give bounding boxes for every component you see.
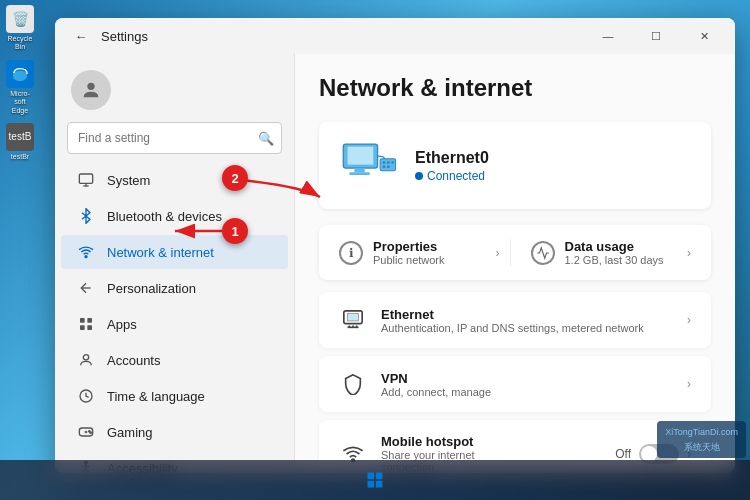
svg-rect-6 [80, 318, 85, 323]
ethernet-large-icon [339, 138, 399, 193]
main-content: Network & internet [295, 54, 735, 473]
sidebar-item-time-label: Time & language [107, 389, 205, 404]
svg-rect-24 [349, 172, 370, 175]
time-icon [77, 387, 95, 405]
accounts-icon [77, 351, 95, 369]
sidebar-item-accounts-label: Accounts [107, 353, 160, 368]
ethernet-hero-card: Ethernet0 Connected [319, 122, 711, 209]
sidebar-item-bluetooth-label: Bluetooth & devices [107, 209, 222, 224]
svg-rect-32 [348, 314, 359, 321]
hotspot-list-title: Mobile hotspot [381, 434, 601, 449]
desktop-icons: 🗑️ RecycleBin Micro-softEdge testB testB… [5, 5, 35, 161]
sidebar-item-bluetooth[interactable]: Bluetooth & devices [61, 199, 288, 233]
sidebar-item-system-label: System [107, 173, 150, 188]
properties-row[interactable]: ℹ Properties Public network › Data usage [319, 225, 711, 280]
sidebar-item-gaming[interactable]: Gaming [61, 415, 288, 449]
sidebar-item-personalization-label: Personalization [107, 281, 196, 296]
svg-point-0 [13, 70, 27, 81]
vpn-list-item[interactable]: VPN Add, connect, manage › [319, 356, 711, 412]
svg-rect-26 [383, 161, 386, 164]
desktop: 🗑️ RecycleBin Micro-softEdge testB testB… [0, 0, 750, 500]
ethernet-list-text: Ethernet Authentication, IP and DNS sett… [381, 307, 673, 334]
maximize-button[interactable]: ☐ [633, 20, 679, 52]
ethernet-list-icon [339, 306, 367, 334]
svg-rect-30 [387, 166, 390, 169]
data-usage-text: Data usage 1.2 GB, last 30 days [565, 239, 664, 266]
ethernet-list-right: › [687, 313, 691, 327]
svg-rect-27 [387, 161, 390, 164]
properties-chevron: › [496, 246, 500, 260]
watermark-line2: 系统天地 [665, 440, 738, 454]
avatar [71, 70, 111, 110]
svg-rect-40 [376, 481, 383, 488]
data-usage-subtitle: 1.2 GB, last 30 days [565, 254, 664, 266]
svg-rect-23 [354, 168, 364, 172]
data-usage-item[interactable]: Data usage 1.2 GB, last 30 days › [510, 239, 692, 266]
windows-start-icon[interactable] [365, 470, 385, 490]
gaming-icon [77, 423, 95, 441]
svg-rect-29 [383, 166, 386, 169]
svg-point-5 [85, 256, 87, 258]
vpn-list-text: VPN Add, connect, manage [381, 371, 673, 398]
svg-rect-22 [348, 147, 374, 165]
watermark: XiTongTianDi.com 系统天地 [657, 421, 746, 458]
ethernet-list-item[interactable]: Ethernet Authentication, IP and DNS sett… [319, 292, 711, 348]
sidebar-item-accounts[interactable]: Accounts [61, 343, 288, 377]
svg-rect-38 [376, 473, 383, 480]
window-title: Settings [101, 29, 148, 44]
watermark-line1: XiTongTianDi.com [665, 425, 738, 439]
sidebar-item-system[interactable]: System [61, 163, 288, 197]
sidebar-item-apps-label: Apps [107, 317, 137, 332]
sidebar-item-network[interactable]: Network & internet [61, 235, 288, 269]
properties-text: Properties Public network [373, 239, 445, 266]
taskbar [0, 460, 750, 500]
page-title: Network & internet [319, 74, 711, 102]
sidebar: 🔍 System Bluetooth & devices [55, 54, 295, 473]
app-icon[interactable]: testB testBr [5, 123, 35, 161]
connection-status-text: Connected [427, 169, 485, 183]
search-input[interactable] [67, 122, 282, 154]
search-box: 🔍 [67, 122, 282, 154]
vpn-list-right: › [687, 377, 691, 391]
svg-point-1 [87, 83, 94, 90]
title-bar: ← Settings — ☐ ✕ [55, 18, 735, 54]
apps-icon [77, 315, 95, 333]
connected-dot [415, 172, 423, 180]
close-button[interactable]: ✕ [681, 20, 727, 52]
svg-point-10 [83, 355, 88, 360]
user-avatar-section [55, 62, 294, 122]
vpn-icon [339, 370, 367, 398]
sidebar-item-personalization[interactable]: Personalization [61, 271, 288, 305]
ethernet-list-title: Ethernet [381, 307, 673, 322]
svg-rect-39 [368, 481, 375, 488]
back-button[interactable]: ← [67, 22, 95, 50]
svg-rect-7 [87, 318, 92, 323]
window-controls: — ☐ ✕ [585, 20, 727, 52]
data-usage-title: Data usage [565, 239, 664, 254]
sidebar-item-apps[interactable]: Apps [61, 307, 288, 341]
ethernet-list-subtitle: Authentication, IP and DNS settings, met… [381, 322, 673, 334]
svg-point-16 [90, 432, 91, 433]
content-area: 🔍 System Bluetooth & devices [55, 54, 735, 473]
properties-item[interactable]: ℹ Properties Public network › [339, 239, 500, 266]
hotspot-off-label: Off [615, 447, 631, 461]
ethernet-chevron: › [687, 313, 691, 327]
vpn-chevron: › [687, 377, 691, 391]
minimize-button[interactable]: — [585, 20, 631, 52]
properties-title: Properties [373, 239, 445, 254]
vpn-list-subtitle: Add, connect, manage [381, 386, 673, 398]
settings-window: ← Settings — ☐ ✕ [55, 18, 735, 473]
sidebar-item-time[interactable]: Time & language [61, 379, 288, 413]
personalization-icon [77, 279, 95, 297]
properties-subtitle: Public network [373, 254, 445, 266]
recycle-bin-icon[interactable]: 🗑️ RecycleBin [5, 5, 35, 52]
sidebar-item-network-label: Network & internet [107, 245, 214, 260]
svg-rect-8 [80, 325, 85, 330]
search-icon: 🔍 [258, 131, 274, 146]
svg-rect-25 [380, 159, 395, 171]
info-icon: ℹ [339, 241, 363, 265]
bluetooth-icon [77, 207, 95, 225]
edge-icon[interactable]: Micro-softEdge [5, 60, 35, 115]
svg-rect-2 [79, 174, 92, 183]
network-icon [77, 243, 95, 261]
